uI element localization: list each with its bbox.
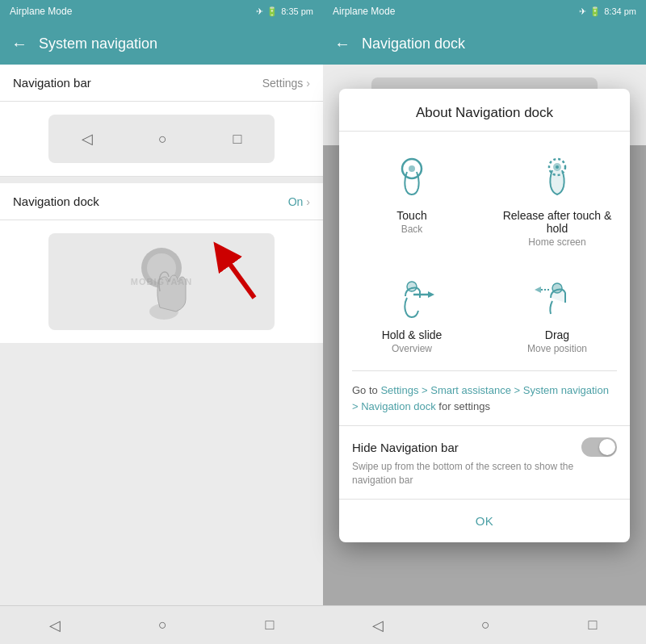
right-bottom-home[interactable]: ○ — [481, 617, 490, 634]
hide-nav-desc: Swipe up from the bottom of the screen t… — [339, 460, 630, 499]
nav-bar-value-container: Settings › — [262, 77, 310, 90]
left-top-bar: ← System navigation — [0, 23, 323, 65]
watermark-text: MOBIGYAAN — [131, 277, 192, 286]
hide-nav-label: Hide Navigation bar — [352, 441, 459, 454]
left-content-area: Navigation bar Settings › ◁ ○ □ Navigati… — [0, 65, 323, 605]
gesture-drag-name: Drag — [545, 328, 569, 341]
preview-recents-icon: □ — [233, 131, 241, 148]
nav-dock-preview-box: MOBIGYAAN — [48, 233, 275, 330]
svg-marker-13 — [535, 286, 541, 293]
hand-icon — [136, 259, 200, 324]
nav-dock-preview: MOBIGYAAN — [0, 220, 323, 343]
right-status-bar: Airplane Mode ✈ 🔋 8:34 pm — [323, 0, 646, 23]
hold-slide-gesture-icon — [386, 270, 438, 322]
nav-bar-value: Settings — [262, 77, 304, 90]
left-bottom-nav: ◁ ○ □ — [0, 605, 323, 644]
svg-marker-9 — [428, 291, 434, 298]
right-airplane-mode: Airplane Mode — [333, 6, 395, 17]
dialog-actions: OK — [339, 499, 630, 542]
right-top-bar: ← Navigation dock — [323, 23, 646, 65]
left-bottom-back[interactable]: ◁ — [49, 617, 61, 634]
left-status-icons: ✈ 🔋 8:35 pm — [256, 6, 313, 17]
red-arrow — [210, 241, 266, 306]
right-page-title: Navigation dock — [362, 36, 465, 52]
left-bottom-recents[interactable]: □ — [265, 617, 274, 634]
gesture-hold-release-desc: Home screen — [528, 236, 585, 248]
gesture-drag: Drag Move position — [484, 257, 630, 364]
right-panel: Airplane Mode ✈ 🔋 8:34 pm ← Navigation d… — [323, 0, 646, 644]
preview-back-icon: ◁ — [82, 130, 93, 148]
right-bottom-recents[interactable]: □ — [588, 617, 597, 634]
svg-point-10 — [407, 282, 417, 291]
left-status-bar: Airplane Mode ✈ 🔋 8:35 pm — [0, 0, 323, 23]
drag-gesture-icon — [531, 270, 583, 322]
right-background: About Navigation dock Touch Back — [323, 65, 646, 605]
svg-line-2 — [222, 253, 254, 298]
gesture-drag-desc: Move position — [527, 343, 587, 354]
nav-dock-label: Navigation dock — [13, 194, 99, 208]
right-bottom-back[interactable]: ◁ — [372, 617, 384, 634]
preview-home-icon: ○ — [158, 131, 167, 148]
nav-dock-chevron: › — [306, 195, 310, 208]
right-battery-icon: 🔋 — [589, 6, 601, 17]
gesture-hold-slide: Hold & slide Overview — [339, 257, 484, 364]
dialog-title: About Navigation dock — [339, 89, 630, 132]
toggle-knob — [599, 439, 615, 455]
about-nav-dock-dialog: About Navigation dock Touch Back — [339, 89, 630, 542]
gesture-hold-release-name: Release after touch & hold — [494, 209, 620, 235]
settings-link-prefix: Go to — [352, 384, 380, 396]
left-time: 8:35 pm — [281, 6, 313, 16]
gesture-touch-desc: Back — [401, 224, 423, 235]
hold-release-gesture-icon — [531, 151, 583, 203]
gesture-touch: Touch Back — [339, 138, 484, 257]
right-time: 8:34 pm — [604, 6, 636, 16]
nav-dock-value-container: On › — [288, 195, 310, 208]
gesture-hold-slide-desc: Overview — [392, 343, 432, 354]
right-bottom-nav: ◁ ○ □ — [323, 605, 646, 644]
hide-nav-row: Hide Navigation bar — [339, 426, 630, 460]
left-airplane-mode: Airplane Mode — [10, 6, 72, 17]
gesture-hold-slide-name: Hold & slide — [382, 328, 443, 341]
right-status-icons: ✈ 🔋 8:34 pm — [579, 6, 636, 17]
touch-gesture-icon — [386, 151, 438, 203]
nav-bar-item[interactable]: Navigation bar Settings › — [0, 65, 323, 102]
section-divider — [0, 177, 323, 183]
left-back-button[interactable]: ← — [11, 35, 27, 53]
nav-dock-value: On — [288, 195, 304, 208]
nav-dock-item[interactable]: Navigation dock On › — [0, 183, 323, 220]
left-page-title: System navigation — [39, 36, 157, 52]
gesture-grid: Touch Back Release after touch & hold — [339, 132, 630, 370]
right-back-button[interactable]: ← — [334, 35, 350, 53]
airplane-icon: ✈ — [256, 6, 263, 17]
nav-bar-label: Navigation bar — [13, 76, 91, 90]
right-airplane-icon: ✈ — [579, 6, 586, 17]
left-panel: Airplane Mode ✈ 🔋 8:35 pm ← System navig… — [0, 0, 323, 644]
nav-bar-chevron: › — [306, 77, 310, 90]
svg-point-11 — [552, 283, 562, 293]
settings-link-suffix: for settings — [436, 400, 490, 412]
svg-point-4 — [409, 165, 415, 172]
nav-bar-preview-box: ◁ ○ □ — [48, 115, 275, 163]
gesture-touch-name: Touch — [396, 209, 426, 222]
hide-nav-toggle[interactable] — [581, 437, 617, 457]
ok-button[interactable]: OK — [443, 509, 526, 533]
settings-link-area[interactable]: Go to Settings > Smart assistance > Syst… — [339, 371, 630, 425]
gesture-hold-release: Release after touch & hold Home screen — [484, 138, 630, 257]
battery-icon: 🔋 — [266, 6, 278, 17]
left-bottom-home[interactable]: ○ — [158, 617, 167, 634]
nav-bar-preview: ◁ ○ □ — [0, 102, 323, 177]
svg-point-7 — [556, 165, 559, 169]
